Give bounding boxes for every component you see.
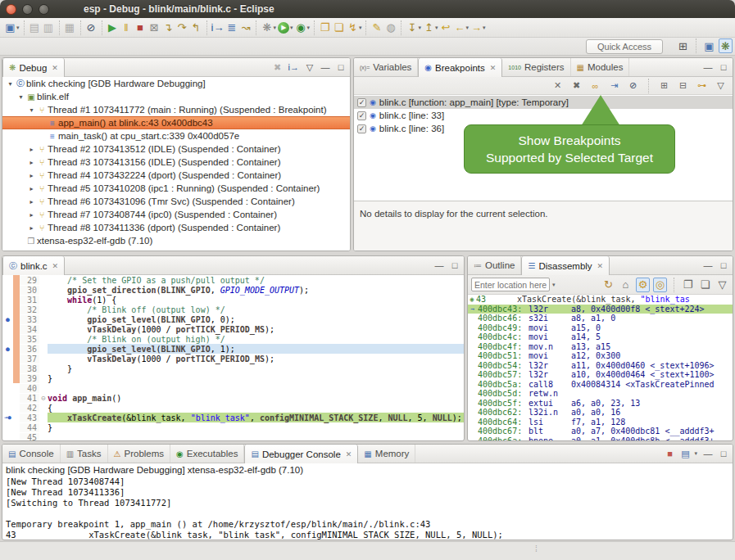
code-text[interactable]: void app_main() [48, 393, 464, 403]
collapse-all-button[interactable]: ⊟ [676, 79, 690, 93]
maximize-button[interactable]: □ [449, 258, 461, 273]
copy-view-icon[interactable]: ❐ [681, 278, 695, 292]
code-line[interactable]: 30 gpio_set_direction(BLINK_GPIO, GPIO_M… [2, 285, 464, 295]
disassembly-row[interactable]: 400dbc4f:mov.na13, a15 [468, 342, 733, 352]
code-text[interactable]: xTaskCreate(&blink_task, "blink_task", c… [48, 413, 464, 422]
tab-disassembly[interactable]: ☰Disassembly✕ [521, 256, 610, 275]
window-close-button[interactable] [6, 4, 16, 15]
window-minimize-button[interactable] [22, 4, 33, 15]
expand-arrow-icon[interactable]: ▸ [27, 172, 36, 179]
maximize-button[interactable]: □ [718, 60, 729, 75]
tab-outline[interactable]: ≔Outline [468, 256, 521, 274]
code-line[interactable]: 37 vTaskDelay(1000 / portTICK_PERIOD_MS)… [2, 354, 464, 364]
disassembly-row[interactable]: →400dbc43:l32ra8, 0x400d00f8 <_stext+224… [468, 305, 733, 314]
terminate-button[interactable]: ■ [134, 20, 147, 35]
save-all-button[interactable]: ▥ [42, 20, 56, 35]
expand-arrow-icon[interactable]: ▸ [27, 211, 36, 219]
code-line[interactable]: 44} [2, 422, 464, 432]
next-annotation-button-menu-icon[interactable]: ▾ [418, 25, 421, 31]
skip-all-breakpoints-button[interactable]: ⊘ [84, 20, 98, 35]
breakpoint-checkbox[interactable]: ✓ [357, 124, 366, 133]
build-button[interactable]: ▦ [63, 20, 77, 35]
link-with-debug-button[interactable]: ⊶ [695, 79, 709, 93]
tab-console[interactable]: ▤Console [2, 445, 61, 463]
code-editor[interactable]: 29 /* Set the GPIO as a push/pull output… [2, 275, 464, 440]
instruction-stepping-button[interactable]: i→ [211, 20, 225, 35]
debug-tree-item[interactable]: ▸⑂Thread #5 1073410208 (ipc1 : Running) … [2, 182, 350, 195]
display-selected-console-button[interactable]: ▤ [679, 446, 691, 461]
tab-close-icon[interactable]: ✕ [52, 64, 58, 72]
debug-tree-item[interactable]: ▸⑂Thread #8 1073411336 (dport) (Suspende… [2, 221, 350, 234]
disassembly-row[interactable]: 400dbc4c:movia14, 5 [468, 332, 733, 342]
code-text[interactable]: /* Blink off (output low) */ [48, 305, 464, 314]
run-dropdown-button[interactable]: ▶ [277, 20, 291, 35]
disassembly-row[interactable]: 400dbc51:movia12, 0x300 [468, 351, 733, 361]
expand-arrow-icon[interactable]: ▸ [27, 146, 36, 153]
debug-tree-item[interactable]: ▾▣blink.elf [2, 90, 350, 103]
launch-flash-button[interactable]: ↯ [346, 20, 360, 35]
instruction-pointer-icon[interactable]: →● [2, 414, 13, 421]
maximize-button[interactable]: □ [718, 258, 729, 273]
terminate-console-button[interactable]: ■ [664, 446, 675, 461]
disassembly-listing[interactable]: ◉43xTaskCreate(&blink_task, "blink_tas→4… [468, 295, 733, 440]
debug-perspective-button[interactable]: ❋ [719, 38, 733, 53]
debug-tree-item[interactable]: ▸⑂Thread #6 1073431096 (Tmr Svc) (Suspen… [2, 195, 350, 208]
skip-all-breakpoints-toggle[interactable]: ⊘ [626, 79, 640, 93]
breakpoint-marker-icon[interactable]: ● [2, 345, 13, 353]
code-line[interactable]: 39} [2, 373, 464, 383]
code-line[interactable]: 29 /* Set the GPIO as a push/pull output… [2, 275, 464, 285]
code-text[interactable]: vTaskDelay(1000 / portTICK_PERIOD_MS); [48, 324, 464, 334]
expand-arrow-icon[interactable]: ▸ [27, 224, 36, 232]
disassembly-row[interactable]: 400dbc46:s32ia8, a1, 0 [468, 314, 733, 323]
external-tools-dropdown-button[interactable]: ◉ [293, 20, 307, 35]
minimize-button[interactable]: — [433, 258, 445, 273]
use-step-filters-button[interactable]: ↝ [238, 20, 252, 35]
save-button[interactable]: ▤ [28, 20, 42, 35]
disassembly-row[interactable]: 400dbc49:movia15, 0 [468, 323, 733, 333]
pin-view-icon[interactable]: ❏ [698, 278, 712, 292]
disassembly-row[interactable]: 400dbc67:blta0, a7, 0x400dbc81 <__adddf3… [468, 427, 733, 436]
back-button-menu-icon[interactable]: ▾ [466, 25, 470, 31]
next-annotation-button[interactable]: ↧ [405, 20, 419, 35]
window-maximize-button[interactable] [39, 4, 49, 15]
tab-close-icon[interactable]: ✕ [490, 64, 497, 72]
minimize-button[interactable]: — [320, 60, 331, 75]
code-text[interactable]: gpio_set_level(BLINK_GPIO, 0); [48, 314, 464, 324]
fold-marker-icon[interactable]: ⊝ [39, 394, 48, 402]
remove-all-terminated-button[interactable]: ✖ [272, 60, 284, 75]
tab-debugger-console[interactable]: ▤Debugger Console✕ [244, 445, 358, 463]
code-text[interactable]: } [48, 422, 464, 432]
breakpoint-marker-icon[interactable]: ● [2, 316, 13, 323]
tab-breakpoints[interactable]: ◉Breakpoints✕ [418, 58, 502, 77]
expand-all-button[interactable]: ⊞ [657, 79, 671, 93]
maximize-button[interactable]: □ [335, 60, 347, 75]
tab-blink-c[interactable]: ⓒblink.c✕ [2, 256, 65, 275]
tab-registers[interactable]: 1010Registers [502, 58, 570, 76]
new-wizard-button[interactable]: ▣ [3, 20, 17, 35]
tab-close-icon[interactable]: ✕ [597, 262, 604, 270]
tab-memory[interactable]: ▦Memory [358, 445, 415, 463]
forward-button-menu-icon[interactable]: ▾ [483, 25, 486, 31]
sash-grip[interactable]: ⁞ [535, 544, 538, 553]
code-text[interactable] [48, 432, 464, 440]
show-supported-breakpoints-button[interactable]: ∞ [588, 79, 602, 93]
debug-tree-item[interactable]: ▸⑂Thread #7 1073408744 (ipc0) (Suspended… [2, 208, 350, 221]
refresh-icon[interactable]: ↻ [601, 278, 615, 292]
location-input[interactable] [471, 278, 550, 291]
code-text[interactable]: gpio_set_level(BLINK_GPIO, 1); [48, 344, 464, 354]
cpp-perspective-button[interactable]: ▣ [702, 38, 716, 53]
code-line[interactable]: 38 } [2, 364, 464, 373]
code-text[interactable]: gpio_set_direction(BLINK_GPIO, GPIO_MODE… [48, 285, 464, 295]
disassembly-source-row[interactable]: ◉43xTaskCreate(&blink_task, "blink_tas [468, 295, 733, 305]
code-text[interactable]: /* Set the GPIO as a push/pull output */ [48, 275, 464, 285]
breakpoint-checkbox[interactable]: ✓ [357, 111, 366, 120]
code-line[interactable]: 45 [2, 432, 464, 440]
remove-all-breakpoints-button[interactable]: ✖ [569, 79, 583, 93]
code-text[interactable] [48, 383, 464, 393]
launch-flash-button-menu-icon[interactable]: ▾ [359, 25, 362, 31]
resume-button[interactable]: ▶ [106, 20, 120, 35]
globe-button[interactable]: ◍ [383, 20, 397, 35]
disassembly-row[interactable]: 400dbc6a:bnonea0, a1, 0x400dbc8b <__addd… [468, 436, 733, 441]
run-dropdown-button-menu-icon[interactable]: ▾ [290, 25, 293, 31]
home-icon[interactable]: ⌂ [619, 278, 633, 292]
